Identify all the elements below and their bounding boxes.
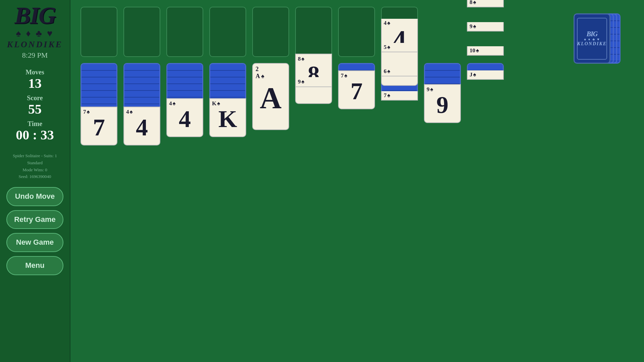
logo-subtitle: KLONDIKE [7, 40, 63, 50]
new-game-button[interactable]: New Game [6, 233, 63, 252]
col10-card-8[interactable]: 8♠ [467, 0, 504, 7]
col8-card-5[interactable]: 5♠ [381, 43, 418, 52]
tableau-col-6: 9♠ 8♠ 8 [295, 63, 332, 104]
col8-card-6[interactable]: 6♠ [381, 67, 418, 76]
menu-button[interactable]: Menu [6, 256, 63, 275]
tableau-col-8: 7♠ 6♠ 5♠ 4♠ 4 [381, 63, 418, 86]
game-info-line3: Mode Wins: 0 [13, 167, 57, 174]
col7-big-rank: 7 [341, 79, 372, 106]
time-stat: Time 00 : 33 [16, 120, 54, 142]
col9-big-rank: 9 [427, 93, 458, 120]
stock-card-top[interactable]: BIG ♠ ♦ ♣ ♥ KLONDIKE [574, 13, 610, 64]
logo-suits: ♠ ♦ ♣ ♥ [7, 28, 63, 39]
score-stat: Score 55 [27, 94, 43, 117]
col1-face-card[interactable]: 7♠ 7 [80, 107, 117, 145]
col1-big-rank: 7 [83, 115, 115, 142]
stock-card-inner: BIG ♠ ♦ ♣ ♥ KLONDIKE [577, 18, 607, 60]
time-label: Time [16, 120, 54, 128]
foundation-slot-7[interactable] [338, 7, 375, 57]
col3-face-card[interactable]: 4♠ 4 [166, 98, 203, 137]
stock-suits: ♠ ♦ ♣ ♥ [584, 37, 600, 41]
col10-card-J[interactable]: J♠ [467, 70, 504, 80]
foundation-slot-2[interactable] [123, 7, 160, 57]
col5-big-rank: A [256, 83, 286, 113]
stock-pile[interactable]: BIG ♠ ♦ ♣ ♥ KLONDIKE [574, 13, 624, 64]
clock: 8:29 PM [7, 51, 63, 60]
tableau-col-3: 4♠ 4 [166, 63, 203, 137]
col6-card-9[interactable]: 9♠ [295, 77, 332, 87]
tableau-col-5: 2 A ♠ A [252, 63, 289, 130]
tableau-col-4: K♠ K [209, 63, 246, 137]
col7-face-card[interactable]: 7♠ 7 [338, 70, 375, 109]
col3-big-rank: 4 [169, 107, 201, 134]
logo-area: BIG ♠ ♦ ♣ ♥ KLONDIKE 8:29 PM [7, 3, 63, 65]
col4-big-rank: K [212, 107, 244, 134]
game-area: BIG ♠ ♦ ♣ ♥ KLONDIKE 7♠ 7 [70, 0, 644, 362]
game-info-line4: Seed: 1696390040 [13, 173, 57, 180]
foundation-slot-5[interactable] [252, 7, 289, 57]
foundation-slot-4[interactable] [209, 7, 246, 57]
col2-face-card[interactable]: 4♠ 4 [123, 107, 160, 145]
foundation-slot-6[interactable] [295, 7, 332, 57]
col10-card-9[interactable]: 9♠ [467, 22, 504, 32]
col5-rank-suit: A ♠ [256, 73, 286, 80]
col2-big-rank: 4 [126, 115, 158, 142]
stock-logo: BIG [587, 31, 598, 37]
moves-value: 13 [25, 76, 44, 91]
score-label: Score [27, 94, 43, 102]
undo-button[interactable]: Undo Move [6, 187, 63, 206]
foundation-slot-3[interactable] [166, 7, 203, 57]
col5-extra: 2 [256, 66, 286, 73]
col8-card-7[interactable]: 7♠ [381, 91, 418, 101]
logo-title: BIG [7, 3, 63, 27]
sidebar: BIG ♠ ♦ ♣ ♥ KLONDIKE 8:29 PM Moves 13 Sc… [0, 0, 70, 362]
game-info-line1: Spider Solitaire - Suits: 1 [13, 153, 57, 160]
col5-top-label: 2 A ♠ [256, 66, 286, 80]
time-value: 00 : 33 [16, 128, 54, 142]
tableau-col-1: 7♠ 7 [80, 63, 117, 145]
tableau-col-9: 9♠ 9 [424, 63, 461, 123]
col5-ace-card[interactable]: 2 A ♠ A [252, 63, 289, 130]
tableau-col-2: 4♠ 4 [123, 63, 160, 145]
tableau-col-7: 7♠ 7 [338, 63, 375, 109]
retry-button[interactable]: Retry Game [6, 210, 63, 229]
moves-label: Moves [25, 68, 44, 76]
col9-face-card[interactable]: 9♠ 9 [424, 84, 461, 123]
tableau-row: 7♠ 7 4♠ 4 4♠ 4 [80, 63, 634, 145]
game-info-line2: Standard [13, 160, 57, 167]
col10-card-10[interactable]: 10♠ [467, 46, 504, 56]
score-value: 55 [27, 102, 43, 117]
col4-face-card[interactable]: K♠ K [209, 98, 246, 137]
stock-sub: KLONDIKE [577, 41, 607, 47]
moves-stat: Moves 13 [25, 68, 44, 91]
foundation-row [80, 7, 418, 57]
game-info: Spider Solitaire - Suits: 1 Standard Mod… [13, 153, 57, 180]
foundation-slot-1[interactable] [80, 7, 117, 57]
